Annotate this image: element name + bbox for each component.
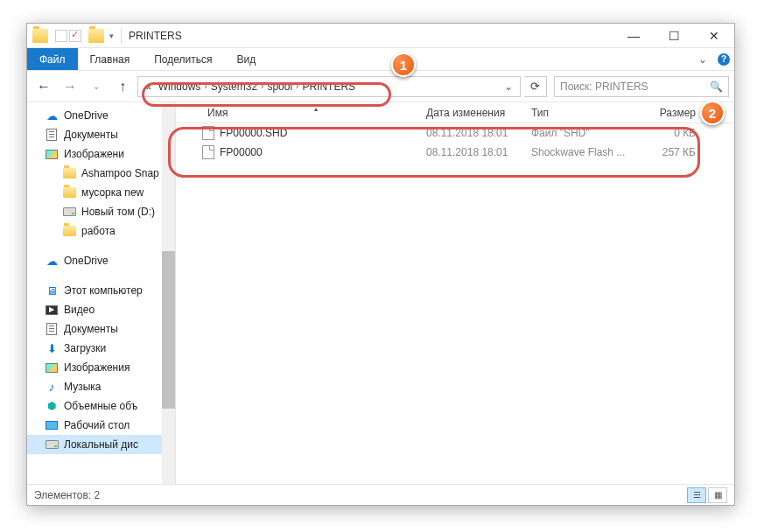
tree-item-folder[interactable]: работа [27, 221, 175, 241]
breadcrumb-prefix: « [142, 80, 155, 93]
file-size: 257 КБ [631, 146, 701, 158]
tree-item-documents[interactable]: Документы [27, 125, 175, 144]
tree-item-onedrive[interactable]: ☁OneDrive [27, 106, 175, 125]
tree-item-videos[interactable]: Видео [27, 300, 175, 319]
titlebar-left: ▾ [27, 29, 114, 43]
tab-view[interactable]: Вид [224, 48, 268, 70]
close-button[interactable]: ✕ [694, 24, 734, 48]
help-button[interactable]: ? [713, 48, 734, 70]
file-list[interactable]: FP00000.SHD 08.11.2018 18:01 Файл "SHD" … [176, 123, 734, 484]
search-icon: 🔍 [710, 80, 723, 93]
recent-dropdown[interactable]: ⌄ [85, 75, 108, 98]
refresh-button[interactable]: ⟳ [524, 76, 547, 97]
file-name: FP00000.SHD [220, 127, 287, 139]
titlebar: ▾ PRINTERS — ☐ ✕ [27, 24, 734, 48]
tree-item-thispc[interactable]: 🖥Этот компьютер [27, 281, 175, 300]
back-button[interactable]: ← [32, 75, 55, 98]
folder-icon [62, 166, 76, 180]
content-pane: Имя▴ Дата изменения Тип Размер FP00000.S… [176, 102, 734, 484]
search-input[interactable]: Поиск: PRINTERS 🔍 [554, 76, 729, 97]
navigation-tree[interactable]: ☁OneDrive Документы Изображени Ashampoo … [27, 102, 176, 484]
breadcrumb-segment[interactable]: System32 [207, 80, 261, 93]
ribbon: Файл Главная Поделиться Вид ⌄ ? [27, 48, 734, 71]
tab-share[interactable]: Поделиться [142, 48, 224, 70]
file-date: 08.11.2018 18:01 [421, 127, 526, 139]
folder-icon [32, 29, 48, 43]
scrollbar-thumb[interactable] [162, 251, 175, 409]
tab-home[interactable]: Главная [78, 48, 143, 70]
drive-icon [45, 438, 59, 452]
column-size[interactable]: Размер [631, 107, 701, 119]
tree-item-localdisk[interactable]: Локальный дис [27, 435, 175, 454]
qat-dropdown[interactable]: ▾ [109, 32, 114, 40]
document-icon [45, 128, 59, 142]
picture-icon [45, 360, 59, 374]
file-icon [202, 145, 214, 159]
download-icon: ⬇ [45, 341, 59, 355]
divider [121, 28, 122, 44]
music-icon: ♪ [45, 380, 59, 394]
tree-item-pictures[interactable]: Изображени [27, 144, 175, 164]
view-details-button[interactable]: ☰ [687, 487, 706, 503]
forward-button[interactable]: → [59, 75, 81, 98]
window-title: PRINTERS [129, 30, 182, 42]
breadcrumb-segment[interactable]: PRINTERS [298, 80, 359, 93]
up-button[interactable]: ↑ [111, 75, 134, 98]
quick-access-toolbar[interactable] [55, 30, 81, 42]
file-row[interactable]: FP00000 08.11.2018 18:01 Shockwave Flash… [176, 143, 734, 162]
help-icon: ? [718, 53, 730, 66]
file-name: FP00000 [220, 146, 263, 158]
annotation-badge-1: 1 [391, 52, 416, 77]
cloud-icon: ☁ [45, 254, 59, 268]
sort-indicator-icon: ▴ [314, 105, 318, 113]
column-date[interactable]: Дата изменения [421, 107, 526, 119]
view-icons-button[interactable]: ▦ [708, 487, 727, 503]
address-bar[interactable]: « Windows › System32 › spool › PRINTERS … [137, 76, 521, 97]
file-date: 08.11.2018 18:01 [421, 146, 526, 158]
picture-icon [45, 147, 59, 161]
drive-icon [62, 205, 76, 219]
ribbon-expand[interactable]: ⌄ [692, 48, 713, 70]
minimize-button[interactable]: — [613, 24, 654, 48]
annotation-badge-2: 2 [700, 101, 725, 125]
status-bar: Элементов: 2 ☰ ▦ [27, 484, 734, 505]
qat-item-checked[interactable] [69, 30, 81, 42]
tree-item-drive[interactable]: Новый том (D:) [27, 202, 175, 221]
tree-item-pictures[interactable]: Изображения [27, 358, 175, 377]
file-row[interactable]: FP00000.SHD 08.11.2018 18:01 Файл "SHD" … [176, 123, 734, 143]
tab-file[interactable]: Файл [27, 48, 78, 70]
tree-item-onedrive[interactable]: ☁OneDrive [27, 251, 175, 270]
file-size: 0 КБ [631, 127, 701, 139]
tree-item-desktop[interactable]: Рабочий стол [27, 416, 175, 435]
body: ☁OneDrive Документы Изображени Ashampoo … [27, 102, 734, 484]
file-type: Файл "SHD" [526, 127, 631, 139]
pc-icon: 🖥 [45, 284, 59, 298]
navigation-bar: ← → ⌄ ↑ « Windows › System32 › spool › P… [27, 71, 734, 102]
address-dropdown[interactable]: ⌄ [501, 80, 516, 93]
column-type[interactable]: Тип [526, 107, 631, 119]
status-text: Элементов: 2 [34, 489, 100, 501]
folder-icon [88, 29, 104, 43]
desktop-icon [45, 418, 59, 432]
search-placeholder: Поиск: PRINTERS [560, 80, 648, 93]
cube-icon: ⬢ [45, 399, 59, 413]
column-name[interactable]: Имя▴ [202, 107, 421, 119]
explorer-window: ▾ PRINTERS — ☐ ✕ Файл Главная Поделиться… [26, 23, 735, 506]
column-headers: Имя▴ Дата изменения Тип Размер [176, 102, 734, 123]
tree-item-3dobjects[interactable]: ⬢Объемные объ [27, 396, 175, 416]
document-icon [45, 322, 59, 336]
window-controls: — ☐ ✕ [613, 24, 734, 48]
qat-item[interactable] [55, 30, 67, 42]
breadcrumb-segment[interactable]: Windows [155, 80, 205, 93]
folder-icon [62, 186, 76, 200]
cloud-icon: ☁ [45, 108, 59, 122]
tree-item-music[interactable]: ♪Музыка [27, 377, 175, 396]
view-switcher: ☰ ▦ [687, 487, 727, 503]
maximize-button[interactable]: ☐ [654, 24, 694, 48]
video-icon [45, 303, 59, 317]
tree-item-downloads[interactable]: ⬇Загрузки [27, 339, 175, 358]
breadcrumb-segment[interactable]: spool [263, 80, 296, 93]
tree-item-documents[interactable]: Документы [27, 319, 175, 339]
tree-item-folder[interactable]: мусорка new [27, 183, 175, 202]
tree-item-folder[interactable]: Ashampoo Snap [27, 164, 175, 183]
